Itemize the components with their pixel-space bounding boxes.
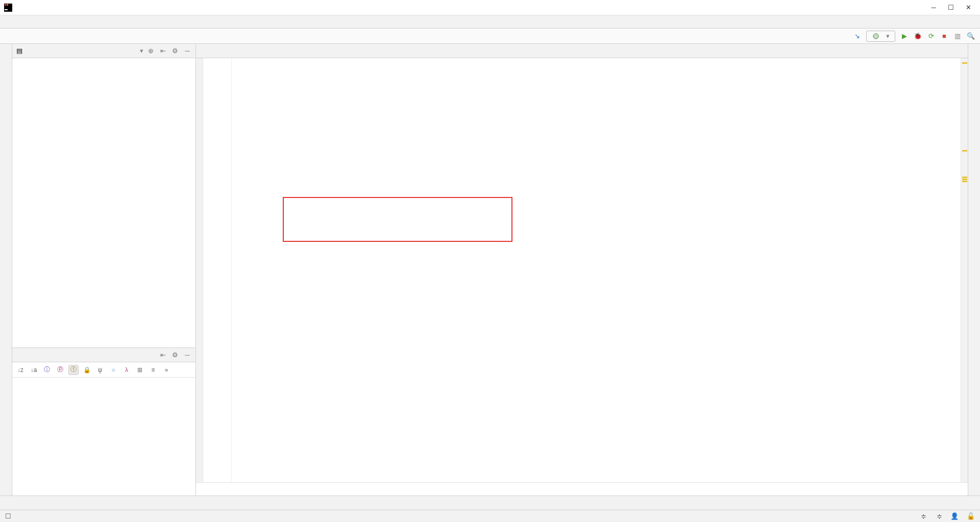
editor-tabs <box>196 44 968 58</box>
structure-pane: ⇤ ⚙ ─ ↓z ↓a ⓘ ⓟ ⓕ 🔒 ψ ○ λ ⊞ ≡ » <box>12 347 195 495</box>
svg-point-4 <box>873 34 878 39</box>
run-config-selector[interactable]: ▾ <box>866 31 895 42</box>
show-properties-icon[interactable]: ⓟ <box>55 365 65 375</box>
minimize-button[interactable]: ─ <box>930 4 937 11</box>
hide-icon[interactable]: ─ <box>183 351 191 359</box>
titlebar: ─ ☐ ✕ <box>0 0 980 15</box>
gear-icon[interactable]: ⚙ <box>171 351 179 359</box>
layout-icon[interactable]: ▥ <box>953 32 962 40</box>
collapse-icon[interactable]: ⇤ <box>159 47 167 55</box>
inspector-icon[interactable]: 👤 <box>950 512 959 520</box>
bottom-toolbar <box>0 495 980 510</box>
menubar <box>0 15 980 29</box>
more-icon[interactable]: » <box>161 365 172 375</box>
chevron-down-icon: ▾ <box>886 32 890 40</box>
chevron-down-icon[interactable]: ▾ <box>140 47 143 55</box>
code-area[interactable] <box>196 58 968 482</box>
left-toolwindow-stripe <box>0 44 12 495</box>
hide-icon[interactable]: ─ <box>183 47 191 55</box>
status-icon: ☐ <box>5 512 11 520</box>
lambda-icon[interactable]: λ <box>121 365 132 375</box>
encoding[interactable]: ≑ <box>935 512 942 520</box>
structure-tree[interactable] <box>12 378 195 495</box>
debug-icon[interactable]: 🐞 <box>914 32 922 40</box>
show-fields-icon[interactable]: ⓕ <box>68 365 79 375</box>
navbar: ↘ ▾ ▶ 🐞 ⟳ ■ ▥ 🔍 <box>0 29 980 44</box>
expand-icon[interactable]: ⊞ <box>135 365 145 375</box>
svg-rect-3 <box>7 4 8 6</box>
lock-icon[interactable]: 🔓 <box>967 512 975 520</box>
structure-pane-header: ⇤ ⚙ ─ <box>12 348 195 362</box>
svg-rect-2 <box>5 4 6 6</box>
window-controls: ─ ☐ ✕ <box>930 4 972 11</box>
build-icon[interactable]: ↘ <box>853 32 861 40</box>
project-pane-icon: ▤ <box>16 47 22 55</box>
show-inherited-icon[interactable]: ⓘ <box>42 365 52 375</box>
maximize-button[interactable]: ☐ <box>947 4 954 11</box>
project-pane-header: ▤ ▾ ⊕ ⇤ ⚙ ─ <box>12 44 195 58</box>
code-editor[interactable] <box>232 58 961 482</box>
run-icon[interactable]: ▶ <box>900 32 909 40</box>
coverage-icon[interactable]: ⟳ <box>927 32 935 40</box>
fork-icon[interactable]: ψ <box>95 365 105 375</box>
statusbar: ☐ ≑ ≑ 👤 🔓 <box>0 510 980 522</box>
collapse-icon[interactable]: ⇤ <box>159 351 167 359</box>
structure-toolbar: ↓z ↓a ⓘ ⓟ ⓕ 🔒 ψ ○ λ ⊞ ≡ » <box>12 362 195 378</box>
right-toolwindow-stripe <box>968 44 980 495</box>
gear-icon[interactable]: ⚙ <box>171 47 179 55</box>
search-icon[interactable]: 🔍 <box>967 32 975 40</box>
main-area: ▤ ▾ ⊕ ⇤ ⚙ ─ ⇤ ⚙ ─ ↓z ↓a <box>0 44 980 495</box>
run-config-icon <box>872 32 880 40</box>
editor-gutter[interactable] <box>196 58 232 482</box>
sort-alpha-icon[interactable]: ↓z <box>15 365 26 375</box>
circle-icon[interactable]: ○ <box>108 365 118 375</box>
sort-vis-icon[interactable]: ↓a <box>29 365 39 375</box>
error-stripe[interactable] <box>961 58 968 482</box>
app-logo-icon <box>4 4 12 12</box>
locate-icon[interactable]: ⊕ <box>146 47 155 55</box>
left-panel: ▤ ▾ ⊕ ⇤ ⚙ ─ ⇤ ⚙ ─ ↓z ↓a <box>12 44 196 495</box>
svg-rect-1 <box>5 9 8 10</box>
editor-area <box>196 44 968 495</box>
collapse2-icon[interactable]: ≡ <box>148 365 158 375</box>
close-button[interactable]: ✕ <box>965 4 972 11</box>
stop-icon[interactable]: ■ <box>940 32 948 40</box>
line-separator[interactable]: ≑ <box>919 512 926 520</box>
highlight-box <box>283 197 512 242</box>
show-nonpublic-icon[interactable]: 🔒 <box>82 365 92 375</box>
project-tree[interactable] <box>12 58 195 347</box>
editor-breadcrumb <box>196 482 968 495</box>
